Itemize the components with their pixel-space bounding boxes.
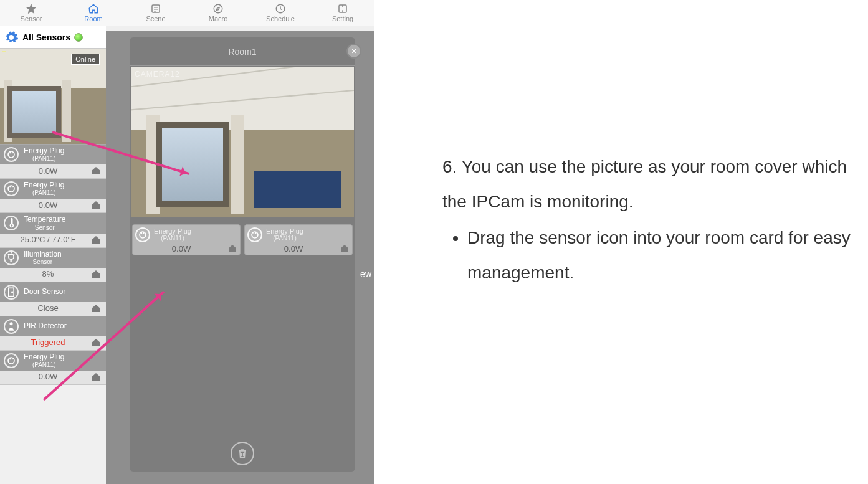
all-sensors-header[interactable]: All Sensors [0,26,106,49]
plug-icon [4,181,19,196]
sensor-value: 8% [5,269,91,278]
sensor-item[interactable]: TemperatureSensor25.0°C / 77.0°F [0,213,106,247]
sensor-value: Triggered [5,338,91,347]
home-icon [91,303,101,313]
home-icon [91,200,101,210]
sensor-value: 0.0W [5,372,91,381]
star-icon [26,3,37,14]
camera-watermark: CAMERA12 [135,70,180,78]
camera-status-badge: Online [71,54,100,65]
svg-point-5 [8,186,14,192]
status-dot-icon [74,33,83,42]
tab-room[interactable]: Room [62,0,125,26]
instruction-step: 6. You can use the picture as your room … [442,149,856,219]
sensor-title: IlluminationSensor [24,250,62,265]
room-plug-cell[interactable]: Energy Plug(PAN11)0.0W [132,224,241,255]
tab-label: Macro [209,15,228,22]
tab-macro[interactable]: Macro [187,0,249,26]
door-icon [4,285,19,300]
sensor-list: Energy Plug(PAN11)0.0WEnergy Plug(PAN11)… [0,145,106,385]
tab-label: Room [84,15,102,22]
svg-point-10 [8,358,14,364]
home-icon [88,3,99,14]
all-sensors-label: All Sensors [22,32,70,42]
instruction-text: 6. You can use the picture as your room … [374,0,868,484]
home-icon [91,269,101,279]
sensor-value: Close [5,303,91,313]
tab-label: Sensor [21,15,42,22]
app-screenshot: Sensor Room Scene Macro Schedule Setting [0,0,374,484]
camera-timestamp [2,51,6,52]
plug-value: 0.0W [135,244,227,254]
svg-point-4 [8,151,14,158]
top-nav: Sensor Room Scene Macro Schedule Setting [0,0,374,26]
tab-sensor[interactable]: Sensor [0,0,62,26]
plug-icon [247,227,262,242]
sensor-item[interactable]: Energy Plug(PAN11)0.0W [0,179,106,213]
sensor-item[interactable]: Door SensorClose [0,282,106,316]
home-icon [91,166,101,176]
room-title: Room1 [228,47,256,57]
room-cover-image[interactable]: CAMERA12 [131,67,354,217]
svg-point-1 [214,4,222,13]
home-icon [91,372,101,382]
close-icon[interactable]: × [346,44,361,59]
plug-title: Energy Plug(PAN11) [266,228,303,242]
plug-icon [4,147,19,162]
sensor-item[interactable]: Energy Plug(PAN11)0.0W [0,145,106,179]
room-header: Room1 × [130,37,355,66]
gear-icon[interactable] [4,30,19,45]
sensor-value: 25.0°C / 77.0°F [5,235,91,244]
svg-point-11 [140,232,146,238]
trash-icon[interactable] [231,442,254,465]
sensor-title: Energy Plug(PAN11) [24,353,64,368]
room-plug-row: Energy Plug(PAN11)0.0WEnergy Plug(PAN11)… [132,224,353,255]
sensor-item[interactable]: IlluminationSensor8% [0,248,106,282]
sensor-item[interactable]: PIR DetectorTriggered [0,316,106,351]
svg-point-8 [12,292,13,293]
plug-value: 0.0W [247,244,340,254]
list-icon [150,3,161,14]
home-icon [227,244,237,254]
tab-label: Scene [146,15,165,22]
sensor-title: Door Sensor [24,288,65,296]
sensor-title: Energy Plug(PAN11) [24,147,64,162]
home-icon [91,338,101,348]
tab-label: Setting [332,15,353,22]
sensor-value: 0.0W [5,166,91,176]
svg-point-12 [252,232,258,238]
sensor-value: 0.0W [5,201,91,210]
room-area: Room1 × CAMERA12 Energy Plug(PAN11)0.0WE… [106,26,374,484]
plug-title: Energy Plug(PAN11) [154,228,191,242]
bulb-icon [4,250,19,265]
home-icon [91,235,101,245]
temp-icon [4,216,19,230]
plug-icon [4,353,19,368]
setting-icon [337,3,348,14]
room-card: Room1 × CAMERA12 Energy Plug(PAN11)0.0WE… [130,37,355,472]
pir-icon [4,319,19,334]
tab-schedule[interactable]: Schedule [249,0,312,26]
peek-text: ew [360,269,371,279]
left-pane: All Sensors Online Energy Plug(PAN11)0.0… [0,26,106,484]
home-icon [340,244,350,254]
sensor-title: TemperatureSensor [24,216,65,230]
tab-label: Schedule [266,15,295,22]
clock-icon [275,3,286,14]
camera-thumbnail[interactable]: Online [0,49,106,145]
svg-point-9 [10,322,13,325]
room-plug-cell[interactable]: Energy Plug(PAN11)0.0W [244,224,353,255]
sensor-title: PIR Detector [24,322,67,330]
instruction-bullet: Drag the sensor icon into your room card… [467,221,856,290]
compass-icon [212,3,224,14]
sensor-title: Energy Plug(PAN11) [24,181,64,196]
tab-setting[interactable]: Setting [312,0,374,26]
plug-icon [135,227,150,242]
tab-scene[interactable]: Scene [125,0,187,26]
